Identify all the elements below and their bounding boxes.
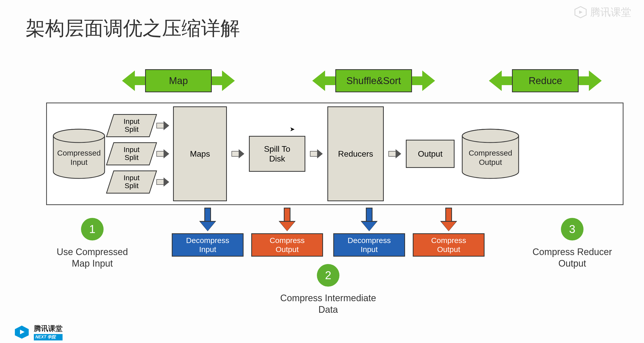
input-split-box: Input Split <box>106 170 157 194</box>
input-split-box: Input Split <box>106 114 157 137</box>
action-col-4: Compress Output <box>413 208 485 257</box>
footer-sub: NEXT 学院 <box>34 334 63 340</box>
cylinder-compressed-output: Compressed Output <box>461 128 520 179</box>
input-split-box: Input Split <box>106 142 157 165</box>
badge-1: 1 <box>81 218 104 240</box>
cylinder-label: Compressed Input <box>57 141 101 167</box>
note-2-text: Compress Intermediate Data <box>259 292 397 315</box>
maps-box: Maps <box>173 106 227 201</box>
badge-2: 2 <box>317 264 339 287</box>
phase-map: Map <box>77 69 280 92</box>
badge-3: 3 <box>561 218 583 240</box>
flow-arrow-icon <box>156 149 169 158</box>
down-arrow-icon <box>281 208 294 231</box>
phase-row: Map Shuffle&Sort Reduce <box>77 67 623 95</box>
arrow-stem <box>502 76 512 85</box>
phase-box-shuffle: Shuffle&Sort <box>335 69 412 92</box>
arrow-right-icon <box>589 70 602 91</box>
note-1: 1 Use Compressed Map Input <box>46 218 138 269</box>
phase-shuffle: Shuffle&Sort <box>280 69 467 92</box>
arrow-stem <box>579 76 589 85</box>
down-arrow-icon <box>201 208 214 231</box>
input-split-label: Input Split <box>124 146 139 162</box>
arrow-stem <box>412 76 422 85</box>
play-cube-icon <box>13 325 31 339</box>
flow-arrow-icon <box>156 177 169 187</box>
cylinder-compressed-input: Compressed Input <box>52 128 106 179</box>
reducers-box: Reducers <box>327 106 384 201</box>
phase-reduce: Reduce <box>467 69 623 92</box>
input-splits: Input Split Input Split Input Split <box>110 114 169 194</box>
phase-box-map: Map <box>145 69 212 92</box>
main-diagram: Compressed Input Input Split Input Split… <box>46 103 623 205</box>
footer-logo: 腾讯课堂 NEXT 学院 <box>13 324 63 340</box>
arrow-left-icon <box>122 70 135 91</box>
play-cube-icon <box>573 5 588 19</box>
watermark-text: 腾讯课堂 <box>590 5 631 19</box>
spill-box: Spill To Disk <box>249 136 305 172</box>
flow-arrow-icon <box>232 149 244 158</box>
cylinder-label: Compressed Output <box>469 141 512 167</box>
flow-arrow-icon <box>388 149 401 158</box>
flow-arrow-icon <box>156 121 169 130</box>
output-box: Output <box>406 140 455 168</box>
arrow-right-icon <box>422 70 435 91</box>
input-split-label: Input Split <box>124 174 139 190</box>
arrow-stem <box>212 76 222 85</box>
note-1-text: Use Compressed Map Input <box>46 246 138 269</box>
note-3: 3 Compress Reducer Output <box>521 218 623 269</box>
compress-output-box: Compress Output <box>251 233 323 257</box>
arrow-left-icon <box>489 70 502 91</box>
down-arrow-icon <box>363 208 376 231</box>
down-arrow-icon <box>442 208 455 231</box>
footer-brand: 腾讯课堂 <box>34 324 63 334</box>
phase-box-reduce: Reduce <box>512 69 579 92</box>
decompress-input-box: Decompress Input <box>172 233 244 257</box>
action-col-1: Decompress Input <box>172 208 244 257</box>
page-title: 架构层面调优之压缩详解 <box>26 15 240 42</box>
action-col-2: Compress Output <box>251 208 323 257</box>
cursor-icon: ➤ <box>290 126 295 133</box>
note-3-text: Compress Reducer Output <box>521 246 623 269</box>
arrow-stem <box>135 76 145 85</box>
note-2: 2 Compress Intermediate Data <box>259 264 397 315</box>
arrow-right-icon <box>222 70 235 91</box>
decompress-input-box: Decompress Input <box>333 233 405 257</box>
input-split-label: Input Split <box>124 118 139 134</box>
arrow-stem <box>325 76 335 85</box>
arrow-left-icon <box>312 70 325 91</box>
watermark-logo: 腾讯课堂 <box>573 5 631 19</box>
compress-output-box: Compress Output <box>413 233 485 257</box>
action-col-3: Decompress Input <box>333 208 405 257</box>
flow-arrow-icon <box>310 149 323 158</box>
